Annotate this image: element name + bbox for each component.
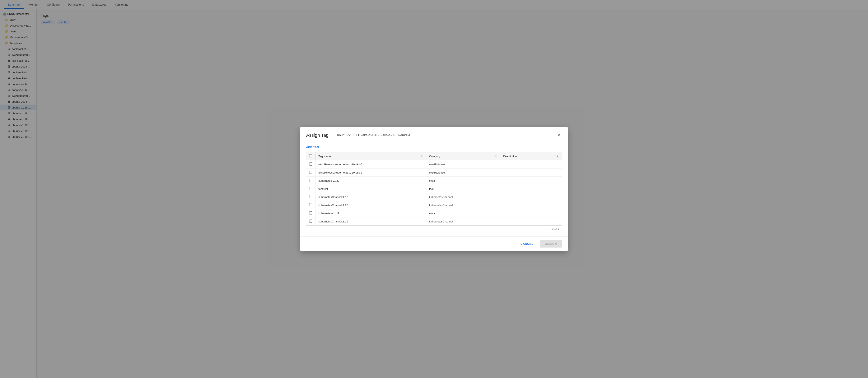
row-tag-name-4: kubernetesChannel:1.18 (315, 193, 426, 201)
row-checkbox-cell-0 (306, 161, 315, 169)
table-row: kubernetesChannel:1.20kubernetesChannel (306, 201, 562, 209)
th-category: Category ▼ (426, 152, 500, 161)
table-row: kubernetes-v1.19eksa (306, 209, 562, 217)
table-row: test:testtest (306, 185, 562, 193)
category-filter-icon[interactable]: ▼ (495, 155, 497, 157)
row-tag-name-2: kubernetes-v1.20 (315, 177, 426, 185)
cancel-button[interactable]: CANCEL (516, 240, 537, 248)
row-tag-name-3: test:test (315, 185, 426, 193)
th-description: Description ▼ (500, 152, 562, 161)
modal-title: Assign Tag (306, 133, 329, 138)
row-checkbox-5[interactable] (309, 203, 312, 206)
row-checkbox-1[interactable] (309, 171, 312, 174)
assign-button[interactable]: ASSIGN (540, 240, 562, 248)
row-tag-name-6: kubernetes-v1.19 (315, 209, 426, 217)
description-filter-icon[interactable]: ▼ (556, 155, 559, 157)
row-category-5: kubernetesChannel (426, 201, 500, 209)
modal-overlay: Assign Tag ubuntu-v1.18.16-eks-d-1-18-6-… (0, 0, 868, 378)
modal-body: ADD TAG Tag Name ▼ (300, 142, 568, 236)
row-category-2: eksa (426, 177, 500, 185)
th-tag-name: Tag Name ▼ (315, 152, 426, 161)
row-tag-name-1: eksdRelease:kubernetes-1-20-eks-2 (315, 169, 426, 177)
tag-name-filter-icon[interactable]: ▼ (421, 155, 423, 157)
table-row: eksdRelease:kubernetes-1-20-eks-2eksdRel… (306, 169, 562, 177)
row-description-7 (500, 217, 562, 226)
row-checkbox-cell-5 (306, 201, 315, 209)
row-checkbox-cell-6 (306, 209, 315, 217)
row-tag-name-7: kubernetesChannel:1.19 (315, 217, 426, 226)
row-description-6 (500, 209, 562, 217)
row-checkbox-cell-3 (306, 185, 315, 193)
table-row: kubernetesChannel:1.18kubernetesChannel (306, 193, 562, 201)
row-category-0: eksdRelease (426, 161, 500, 169)
row-tag-name-0: eksdRelease:kubernetes-1-19-eks-5 (315, 161, 426, 169)
tag-table-body: eksdRelease:kubernetes-1-19-eks-5eksdRel… (306, 161, 562, 226)
row-category-6: eksa (426, 209, 500, 217)
row-category-3: test (426, 185, 500, 193)
row-description-0 (500, 161, 562, 169)
row-category-7: kubernetesChannel (426, 217, 500, 226)
row-description-1 (500, 169, 562, 177)
row-checkbox-7[interactable] (309, 220, 312, 223)
table-row: kubernetesChannel:1.19kubernetesChannel (306, 217, 562, 226)
table-pagination: 1 - 8 of 8 (306, 226, 562, 233)
row-description-4 (500, 193, 562, 201)
modal-footer: CANCEL ASSIGN (300, 236, 568, 251)
table-row: eksdRelease:kubernetes-1-19-eks-5eksdRel… (306, 161, 562, 169)
row-tag-name-5: kubernetesChannel:1.20 (315, 201, 426, 209)
row-category-4: kubernetesChannel (426, 193, 500, 201)
row-checkbox-cell-1 (306, 169, 315, 177)
row-checkbox-cell-4 (306, 193, 315, 201)
row-checkbox-3[interactable] (309, 187, 312, 190)
table-header-row: Tag Name ▼ Category ▼ (306, 152, 562, 161)
modal-title-separator (333, 132, 333, 138)
row-checkbox-0[interactable] (309, 163, 312, 166)
select-all-checkbox[interactable] (309, 154, 312, 157)
row-checkbox-cell-2 (306, 177, 315, 185)
tag-table: Tag Name ▼ Category ▼ (306, 152, 562, 226)
app-container: Summary Monitor Configure Permissions Da… (0, 0, 868, 378)
row-checkbox-4[interactable] (309, 195, 312, 198)
row-checkbox-cell-7 (306, 217, 315, 226)
th-checkbox (306, 152, 315, 161)
add-tag-link[interactable]: ADD TAG (306, 146, 319, 149)
row-description-5 (500, 201, 562, 209)
assign-tag-modal: Assign Tag ubuntu-v1.18.16-eks-d-1-18-6-… (300, 127, 568, 251)
row-checkbox-2[interactable] (309, 179, 312, 182)
modal-header: Assign Tag ubuntu-v1.18.16-eks-d-1-18-6-… (300, 127, 568, 142)
table-row: kubernetes-v1.20eksa (306, 177, 562, 185)
modal-close-button[interactable]: × (556, 132, 562, 138)
modal-subtitle: ubuntu-v1.18.16-eks-d-1-18-6-eks-a-0.0.1… (337, 134, 410, 137)
row-category-1: eksdRelease (426, 169, 500, 177)
row-checkbox-6[interactable] (309, 211, 312, 214)
row-description-3 (500, 185, 562, 193)
row-description-2 (500, 177, 562, 185)
